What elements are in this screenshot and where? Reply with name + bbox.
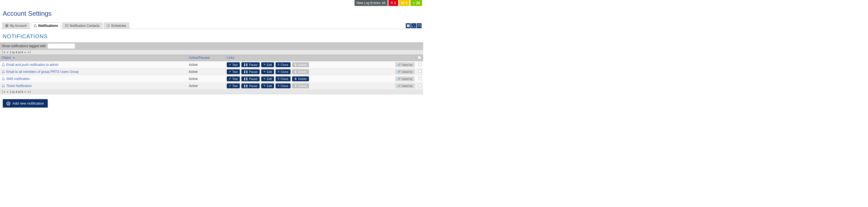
tabs: My Account Notifications Notification Co… <box>0 22 423 29</box>
check-icon: ✓ <box>412 1 415 5</box>
edit-button[interactable]: ✎Edit <box>261 76 274 81</box>
pager-info: 1 to 4 of 4 <box>10 90 23 94</box>
bell-icon <box>2 70 5 73</box>
pause-icon: ❚❚ <box>244 63 248 66</box>
row-checkbox[interactable] <box>418 77 422 80</box>
column-object[interactable]: Object ▼ <box>0 55 187 61</box>
row-actions: ✔Test❚❚Pause✎Edit⎘Clone🗑Delete🔗Used by <box>225 83 416 89</box>
delete-button[interactable]: 🗑Delete <box>292 76 309 81</box>
filter-input[interactable] <box>48 44 75 48</box>
notification-name: Email and push notification to admin <box>6 63 59 67</box>
row-select[interactable] <box>416 83 423 89</box>
tab-my-account[interactable]: My Account <box>2 23 30 29</box>
pager-prev-icon[interactable]: ◂ <box>6 90 8 94</box>
trash-icon: 🗑 <box>294 77 297 80</box>
pager-prev-icon[interactable]: ◂ <box>6 50 8 54</box>
section-title: NOTIFICATIONS <box>0 29 423 42</box>
used-by-button[interactable]: 🔗Used by <box>395 83 415 88</box>
row-select[interactable] <box>416 69 423 75</box>
status-warn[interactable]: W 5 <box>399 0 410 6</box>
test-button[interactable]: ✔Test <box>227 62 240 67</box>
pager-next-icon[interactable]: ▸ <box>25 50 26 54</box>
clone-button[interactable]: ⎘Clone <box>276 62 290 67</box>
notification-link[interactable]: Email to all members of group PRTG Users… <box>0 69 187 74</box>
clone-button[interactable]: ⎘Clone <box>276 76 290 81</box>
copy-icon: ⎘ <box>278 84 279 87</box>
table-row: Email and push notification to adminActi… <box>0 61 423 68</box>
layout-icon[interactable] <box>406 23 411 28</box>
status-log-count: 44 <box>382 1 385 5</box>
row-select[interactable] <box>416 76 423 82</box>
pause-button[interactable]: ❚❚Pause <box>241 83 259 88</box>
table-header: Object ▼ Active/Paused Links <box>0 55 423 61</box>
pencil-icon: ✎ <box>264 63 266 66</box>
pager-last-icon[interactable]: ▸⎮ <box>28 90 31 94</box>
pager-next-icon[interactable]: ▸ <box>25 90 26 94</box>
notification-state: Active <box>187 83 225 89</box>
notification-link[interactable]: Ticket Notification <box>0 83 187 89</box>
table-row: SMS notificationActive✔Test❚❚Pause✎Edit⎘… <box>0 75 423 82</box>
column-links[interactable]: Links <box>225 55 416 61</box>
edit-button[interactable]: ✎Edit <box>261 62 274 67</box>
edit-button[interactable]: ✎Edit <box>261 69 274 74</box>
link-icon: 🔗 <box>397 77 401 80</box>
status-ok[interactable]: ✓ 20 <box>410 0 422 6</box>
notification-state: Active <box>187 69 225 74</box>
add-notification-button[interactable]: + Add new notification <box>3 99 48 108</box>
status-log-label: New Log Entries <box>357 1 380 5</box>
test-button[interactable]: ✔Test <box>227 83 240 88</box>
used-by-button[interactable]: 🔗Used by <box>395 62 415 67</box>
row-select[interactable] <box>416 62 423 68</box>
pager-top: ⎮◂ ◂ 1 to 4 of 4 ▸ ▸⎮ <box>0 50 423 55</box>
edit-button[interactable]: ✎Edit <box>261 83 274 88</box>
pager-last-icon[interactable]: ▸⎮ <box>28 50 31 54</box>
status-error[interactable]: !! 1 <box>389 0 398 6</box>
account-icon <box>5 24 8 27</box>
clone-button[interactable]: ⎘Clone <box>276 69 290 74</box>
pager-first-icon[interactable]: ⎮◂ <box>2 50 5 54</box>
notification-name: Ticket Notification <box>6 84 32 88</box>
notification-name: SMS notification <box>6 77 30 81</box>
notification-state: Active <box>187 62 225 67</box>
tab-label: My Account <box>10 24 27 28</box>
clone-button[interactable]: ⎘Clone <box>276 83 290 88</box>
row-checkbox[interactable] <box>418 70 422 73</box>
pencil-icon: ✎ <box>264 84 266 87</box>
tab-notification-contacts[interactable]: Notification Contacts <box>62 23 102 29</box>
notification-name: Email to all members of group PRTG Users… <box>6 70 79 74</box>
tab-schedules[interactable]: Schedules <box>104 23 129 29</box>
column-select-all[interactable] <box>416 55 423 61</box>
notification-link[interactable]: Email and push notification to admin <box>0 62 187 67</box>
pager-first-icon[interactable]: ⎮◂ <box>2 90 5 94</box>
notification-link[interactable]: SMS notification <box>0 76 187 81</box>
pause-button[interactable]: ❚❚Pause <box>241 69 259 74</box>
pager-bottom: ⎮◂ ◂ 1 to 4 of 4 ▸ ▸⎮ <box>0 90 423 94</box>
select-all-checkbox[interactable] <box>418 56 421 59</box>
pause-button[interactable]: ❚❚Pause <box>241 62 259 67</box>
trash-icon: 🗑 <box>294 63 297 66</box>
status-warn-count: 5 <box>405 1 407 5</box>
row-checkbox[interactable] <box>418 84 422 87</box>
table-row: Email to all members of group PRTG Users… <box>0 68 423 75</box>
row-actions: ✔Test❚❚Pause✎Edit⎘Clone🗑Delete🔗Used by <box>225 76 416 82</box>
clock-icon <box>106 24 110 27</box>
link-icon: 🔗 <box>397 70 401 73</box>
tab-notifications[interactable]: Notifications <box>31 23 61 29</box>
used-by-button[interactable]: 🔗Used by <box>395 69 415 74</box>
trash-icon: 🗑 <box>294 84 297 87</box>
tab-label: Notifications <box>38 24 58 28</box>
tab-right-icons <box>406 23 423 29</box>
test-button[interactable]: ✔Test <box>227 69 240 74</box>
delete-button: 🗑Delete <box>292 83 309 88</box>
used-by-button[interactable]: 🔗Used by <box>395 76 415 81</box>
mail-icon[interactable] <box>416 23 422 28</box>
row-actions: ✔Test❚❚Pause✎Edit⎘Clone🗑Delete🔗Used by <box>225 69 416 75</box>
filter-bar: Show notifications tagged with <box>0 42 423 50</box>
test-button[interactable]: ✔Test <box>227 76 240 81</box>
home-icon[interactable] <box>411 23 416 28</box>
status-log-entries[interactable]: New Log Entries 44 <box>354 0 388 6</box>
column-state[interactable]: Active/Paused <box>187 55 225 61</box>
row-checkbox[interactable] <box>418 63 422 66</box>
pause-button[interactable]: ❚❚Pause <box>241 76 259 81</box>
svg-rect-4 <box>407 24 408 27</box>
